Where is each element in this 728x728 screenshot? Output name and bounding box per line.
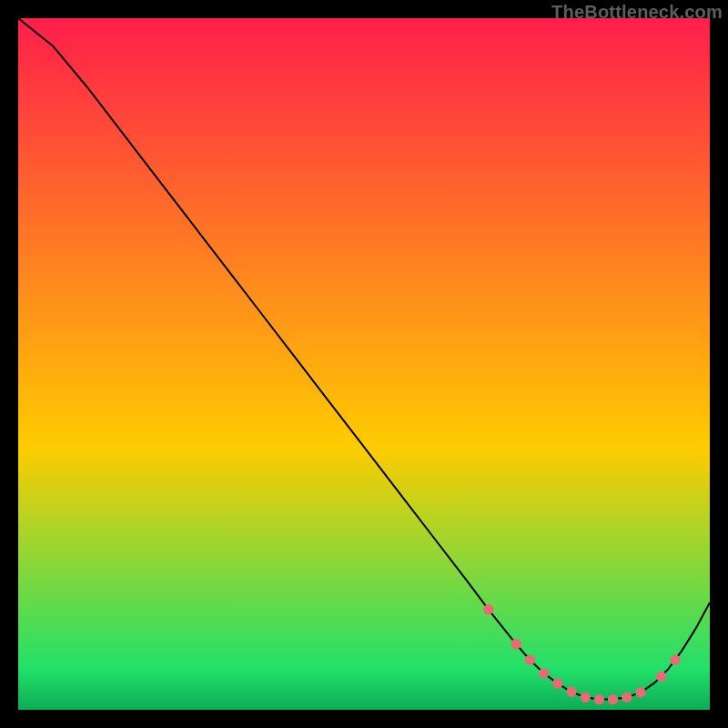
marker-dot: [511, 639, 521, 649]
marker-dot: [594, 694, 604, 704]
marker-dot: [566, 687, 576, 697]
marker-dot: [656, 672, 666, 682]
marker-dot: [539, 668, 549, 678]
marker-dot: [552, 678, 562, 688]
marker-dot: [525, 655, 535, 665]
marker-dot: [608, 694, 618, 704]
gradient-background: [18, 18, 710, 710]
marker-dot: [622, 693, 632, 703]
chart-frame: { "watermark": "TheBottleneck.com", "col…: [0, 0, 728, 728]
marker-dot: [483, 604, 493, 614]
marker-dot: [635, 687, 645, 697]
chart-canvas: [18, 18, 710, 710]
marker-dot: [581, 693, 591, 703]
marker-dot: [670, 655, 680, 665]
